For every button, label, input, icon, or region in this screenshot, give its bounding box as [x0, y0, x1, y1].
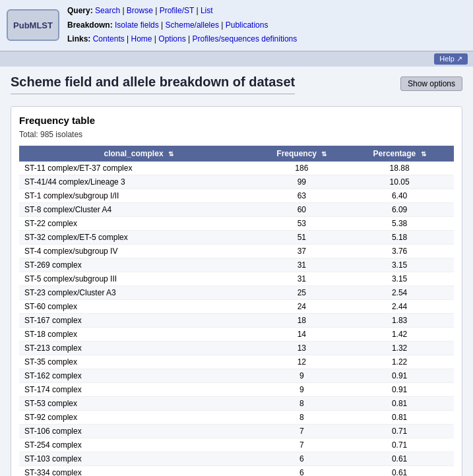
help-bar: Help ↗ [0, 51, 473, 67]
cell-percentage: 1.83 [345, 313, 454, 327]
cell-clonal-complex: ST-32 complex/ET-5 complex [19, 230, 258, 244]
cell-frequency: 63 [258, 189, 345, 202]
cell-percentage: 3.15 [345, 272, 454, 285]
nav-options[interactable]: Options [158, 34, 185, 44]
cell-percentage: 1.32 [345, 341, 454, 355]
table-row: ST-4 complex/subgroup IV373.76 [19, 244, 454, 258]
nav-scheme-alleles[interactable]: Scheme/alleles [166, 20, 219, 30]
table-row: ST-213 complex131.32 [19, 341, 454, 355]
sort-icon-percentage: ⇅ [421, 150, 426, 158]
cell-frequency: 24 [258, 299, 345, 313]
cell-percentage: 0.81 [345, 396, 454, 410]
nav-browse[interactable]: Browse [127, 6, 153, 15]
cell-frequency: 6 [258, 452, 345, 465]
table-row: ST-106 complex70.71 [19, 424, 454, 438]
total-label: Total: 985 isolates [19, 130, 454, 139]
cell-clonal-complex: ST-4 complex/subgroup IV [19, 244, 258, 258]
cell-clonal-complex: ST-53 complex [19, 396, 258, 410]
col-header-clonal-complex[interactable]: clonal_complex ⇅ [19, 146, 258, 162]
cell-percentage: 0.61 [345, 465, 454, 476]
cell-percentage: 5.38 [345, 216, 454, 230]
table-row: ST-103 complex60.61 [19, 452, 454, 465]
page-title: Scheme field and allele breakdown of dat… [11, 74, 295, 94]
query-row: Query: Search | Browse | Profile/ST | Li… [67, 4, 297, 18]
cell-percentage: 0.61 [345, 452, 454, 465]
cell-percentage: 18.88 [345, 162, 454, 175]
cell-clonal-complex: ST-106 complex [19, 424, 258, 438]
cell-clonal-complex: ST-162 complex [19, 369, 258, 382]
nav-search[interactable]: Search [95, 6, 120, 15]
cell-frequency: 6 [258, 465, 345, 476]
cell-percentage: 2.44 [345, 299, 454, 313]
table-row: ST-8 complex/Cluster A4606.09 [19, 202, 454, 216]
table-row: ST-1 complex/subgroup I/II636.40 [19, 189, 454, 202]
cell-frequency: 9 [258, 369, 345, 382]
breakdown-row: Breakdown: Isolate fields | Scheme/allel… [67, 18, 297, 33]
cell-frequency: 37 [258, 244, 345, 258]
nav-list[interactable]: List [201, 6, 213, 15]
nav-publications[interactable]: Publications [226, 20, 268, 30]
help-button[interactable]: Help ↗ [434, 53, 468, 65]
nav-contents[interactable]: Contents [93, 34, 125, 44]
header-nav: Query: Search | Browse | Profile/ST | Li… [67, 4, 297, 47]
sort-icon-clonal: ⇅ [168, 150, 173, 158]
cell-frequency: 99 [258, 175, 345, 189]
cell-clonal-complex: ST-92 complex [19, 410, 258, 424]
cell-clonal-complex: ST-35 complex [19, 355, 258, 369]
table-row: ST-167 complex181.83 [19, 313, 454, 327]
cell-clonal-complex: ST-23 complex/Cluster A3 [19, 285, 258, 299]
table-row: ST-18 complex141.42 [19, 327, 454, 341]
table-row: ST-5 complex/subgroup III313.15 [19, 272, 454, 285]
show-options-button[interactable]: Show options [400, 76, 462, 91]
table-row: ST-174 complex90.91 [19, 382, 454, 396]
cell-percentage: 6.09 [345, 202, 454, 216]
cell-frequency: 8 [258, 410, 345, 424]
nav-home[interactable]: Home [131, 34, 152, 44]
cell-frequency: 31 [258, 258, 345, 272]
table-row: ST-32 complex/ET-5 complex515.18 [19, 230, 454, 244]
cell-clonal-complex: ST-174 complex [19, 382, 258, 396]
cell-percentage: 0.91 [345, 369, 454, 382]
cell-percentage: 3.76 [345, 244, 454, 258]
table-row: ST-23 complex/Cluster A3252.54 [19, 285, 454, 299]
cell-clonal-complex: ST-60 complex [19, 299, 258, 313]
cell-clonal-complex: ST-269 complex [19, 258, 258, 272]
table-row: ST-22 complex535.38 [19, 216, 454, 230]
cell-percentage: 0.91 [345, 382, 454, 396]
cell-clonal-complex: ST-22 complex [19, 216, 258, 230]
cell-clonal-complex: ST-103 complex [19, 452, 258, 465]
cell-frequency: 12 [258, 355, 345, 369]
cell-frequency: 18 [258, 313, 345, 327]
cell-frequency: 51 [258, 230, 345, 244]
table-row: ST-162 complex90.91 [19, 369, 454, 382]
cell-percentage: 0.71 [345, 424, 454, 438]
table-row: ST-60 complex242.44 [19, 299, 454, 313]
cell-clonal-complex: ST-8 complex/Cluster A4 [19, 202, 258, 216]
cell-percentage: 0.81 [345, 410, 454, 424]
logo: PubMLST [7, 9, 59, 41]
cell-frequency: 9 [258, 382, 345, 396]
cell-clonal-complex: ST-213 complex [19, 341, 258, 355]
frequency-table: clonal_complex ⇅ Frequency ⇅ Percentage … [19, 146, 454, 476]
main-content: Scheme field and allele breakdown of dat… [0, 67, 473, 476]
frequency-table-section: Frequency table Total: 985 isolates clon… [11, 106, 462, 476]
nav-isolate-fields[interactable]: Isolate fields [115, 20, 159, 30]
cell-percentage: 2.54 [345, 285, 454, 299]
cell-frequency: 14 [258, 327, 345, 341]
cell-frequency: 31 [258, 272, 345, 285]
cell-frequency: 13 [258, 341, 345, 355]
cell-percentage: 6.40 [345, 189, 454, 202]
col-header-percentage[interactable]: Percentage ⇅ [345, 146, 454, 162]
cell-clonal-complex: ST-254 complex [19, 438, 258, 452]
table-row: ST-334 complex60.61 [19, 465, 454, 476]
nav-profile-st[interactable]: Profile/ST [160, 6, 194, 15]
col-header-frequency[interactable]: Frequency ⇅ [258, 146, 345, 162]
cell-percentage: 5.18 [345, 230, 454, 244]
nav-profiles-definitions[interactable]: Profiles/sequences definitions [192, 34, 297, 44]
cell-frequency: 8 [258, 396, 345, 410]
table-row: ST-35 complex121.22 [19, 355, 454, 369]
table-row: ST-11 complex/ET-37 complex18618.88 [19, 162, 454, 175]
cell-frequency: 7 [258, 424, 345, 438]
table-row: ST-53 complex80.81 [19, 396, 454, 410]
table-row: ST-269 complex313.15 [19, 258, 454, 272]
